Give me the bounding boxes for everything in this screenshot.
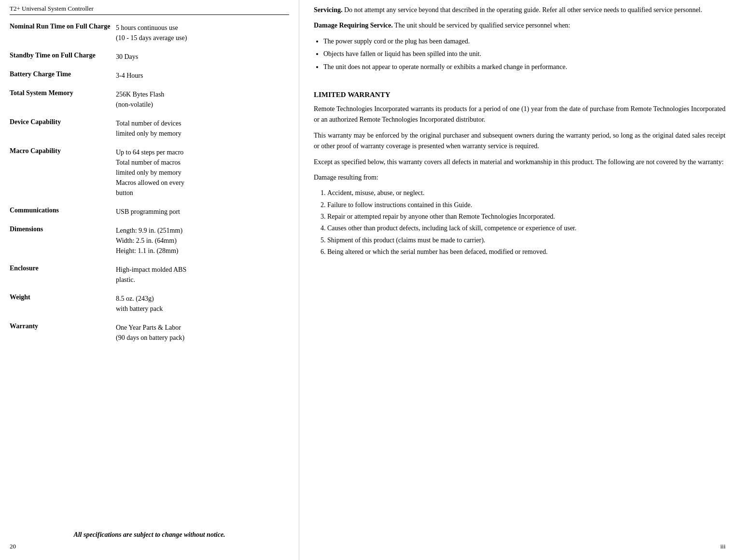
damage-resulting-heading: Damage resulting from: <box>314 172 726 183</box>
spec-value: 5 hours continuous use(10 - 15 days aver… <box>116 23 289 43</box>
spec-label: Weight <box>10 294 116 301</box>
bullet-item: The unit does not appear to operate norm… <box>323 62 726 72</box>
spec-label: Standby Time on Full Charge <box>10 52 116 59</box>
spec-row: WarrantyOne Year Parts & Labor(90 days o… <box>10 322 289 343</box>
footer-note: All specifications are subject to change… <box>10 521 289 539</box>
warranty-para1: Remote Technologies Incorporated warrant… <box>314 104 726 126</box>
spec-label: Battery Charge Time <box>10 70 116 78</box>
spec-row: Battery Charge Time3-4 Hours <box>10 70 289 81</box>
bullet-item: Objects have fallen or liquid has been s… <box>323 49 726 59</box>
spec-row: Standby Time on Full Charge30 Days <box>10 52 289 62</box>
spec-value: 8.5 oz. (243g)with battery pack <box>116 294 289 314</box>
spec-row: Total System Memory256K Bytes Flash(non-… <box>10 89 289 110</box>
spec-value: One Year Parts & Labor(90 days on batter… <box>116 322 289 343</box>
servicing-paragraph: Servicing. Do not attempt any service be… <box>314 5 726 15</box>
spec-row: DimensionsLength: 9.9 in. (251mm)Width: … <box>10 225 289 256</box>
spec-label: Communications <box>10 207 116 214</box>
spec-label: Macro Capability <box>10 147 116 155</box>
spec-value: Total number of deviceslimited only by m… <box>116 118 289 139</box>
spec-value: High-impact molded ABSplastic. <box>116 265 289 285</box>
ordered-item: Causes other than product defects, inclu… <box>327 223 726 234</box>
spec-row: Macro CapabilityUp to 64 steps per macro… <box>10 147 289 198</box>
spec-value: Length: 9.9 in. (251mm)Width: 2.5 in. (6… <box>116 225 289 256</box>
page-number-left: 20 <box>10 543 289 550</box>
spec-value: Up to 64 steps per macroTotal number of … <box>116 147 289 198</box>
ordered-item: Failure to follow instructions contained… <box>327 200 726 210</box>
spec-label: Device Capability <box>10 118 116 126</box>
spec-value: 3-4 Hours <box>116 70 289 81</box>
spec-label: Warranty <box>10 322 116 330</box>
warranty-para3: Except as specified below, this warranty… <box>314 157 726 168</box>
spec-row: CommunicationsUSB programming port <box>10 207 289 217</box>
servicing-heading: Servicing. <box>314 6 343 14</box>
spec-label: Enclosure <box>10 265 116 272</box>
spec-row: Nominal Run Time on Full Charge5 hours c… <box>10 23 289 43</box>
page-header: T2+ Universal System Controller <box>10 5 289 15</box>
spec-row: EnclosureHigh-impact molded ABSplastic. <box>10 265 289 285</box>
spec-row: Weight8.5 oz. (243g)with battery pack <box>10 294 289 314</box>
spec-value: USB programming port <box>116 207 289 217</box>
damage-bullet-list: The power supply cord or the plug has be… <box>323 36 726 74</box>
page-number-right: iii <box>314 543 726 550</box>
spec-value: 256K Bytes Flash(non-volatile) <box>116 89 289 110</box>
ordered-item: Accident, misuse, abuse, or neglect. <box>327 188 726 198</box>
spec-table: Nominal Run Time on Full Charge5 hours c… <box>10 23 289 351</box>
warranty-para2: This warranty may be enforced by the ori… <box>314 130 726 152</box>
right-column: Servicing. Do not attempt any service be… <box>299 0 740 560</box>
damage-heading: Damage Requiring Service. <box>314 22 393 29</box>
servicing-text: Do not attempt any service beyond that d… <box>343 6 702 14</box>
damage-text: The unit should be serviced by qualified… <box>393 22 571 29</box>
spec-row: Device CapabilityTotal number of devices… <box>10 118 289 139</box>
ordered-item: Repair or attempted repair by anyone oth… <box>327 211 726 222</box>
spec-value: 30 Days <box>116 52 289 62</box>
bullet-item: The power supply cord or the plug has be… <box>323 36 726 47</box>
damage-paragraph: Damage Requiring Service. The unit shoul… <box>314 20 726 31</box>
warranty-heading: LIMITED WARRANTY <box>314 91 726 99</box>
spec-label: Total System Memory <box>10 89 116 97</box>
page-title: T2+ Universal System Controller <box>10 5 94 12</box>
ordered-item: Shipment of this product (claims must be… <box>327 235 726 246</box>
spec-label: Nominal Run Time on Full Charge <box>10 23 116 30</box>
ordered-item: Being altered or which the serial number… <box>327 247 726 257</box>
spec-label: Dimensions <box>10 225 116 233</box>
damage-ordered-list: Accident, misuse, abuse, or neglect.Fail… <box>327 188 726 258</box>
left-column: T2+ Universal System Controller Nominal … <box>0 0 299 560</box>
